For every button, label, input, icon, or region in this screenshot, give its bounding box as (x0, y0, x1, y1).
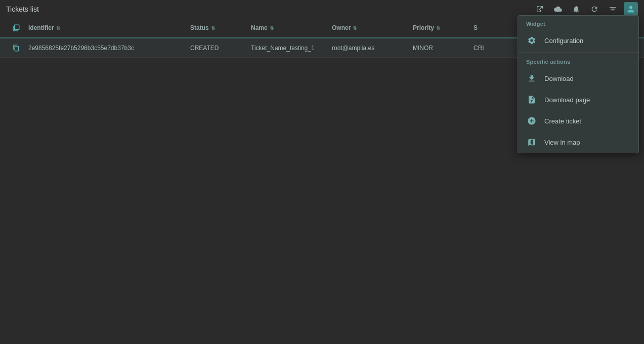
col-name-header[interactable]: Name ⇅ (251, 24, 332, 31)
download-page-icon (526, 94, 537, 105)
download-icon (526, 73, 537, 84)
col-check-header (4, 24, 28, 31)
menu-item-configuration[interactable]: Configuration (518, 30, 638, 51)
menu-section-specific-label: Specific actions (518, 54, 638, 68)
export-icon (536, 5, 544, 13)
download-label: Download (544, 75, 574, 82)
sort-owner-icon: ⇅ (353, 25, 357, 31)
cell-priority: MINOR (413, 45, 474, 52)
view-in-map-label: View in map (544, 139, 580, 146)
col-status-header[interactable]: Status ⇅ (190, 24, 251, 31)
alert-icon (572, 5, 580, 13)
col-priority-header[interactable]: Priority ⇅ (413, 24, 474, 31)
col-owner-header[interactable]: Owner ⇅ (332, 24, 413, 31)
menu-item-download-page[interactable]: Download page (518, 89, 638, 110)
menu-section-widget-label: Widget (518, 16, 638, 30)
sort-identifier-icon: ⇅ (56, 25, 60, 31)
cell-owner: root@amplia.es (332, 45, 413, 52)
configuration-label: Configuration (544, 37, 583, 45)
download-page-label: Download page (544, 96, 590, 104)
user-menu-icon-button[interactable] (624, 2, 638, 16)
configuration-icon (526, 35, 537, 46)
user-icon (627, 5, 635, 13)
create-ticket-label: Create ticket (544, 117, 581, 125)
filter-icon (609, 5, 617, 13)
sort-status-icon: ⇅ (211, 25, 215, 31)
alert-icon-button[interactable] (569, 2, 583, 16)
sort-name-icon: ⇅ (270, 25, 274, 31)
menu-item-view-in-map[interactable]: View in map (518, 132, 638, 153)
cloud-icon-button[interactable] (551, 2, 565, 16)
refresh-icon (590, 5, 598, 13)
row-check-icon (4, 45, 28, 52)
create-ticket-icon (526, 115, 537, 126)
export-icon-button[interactable] (533, 2, 547, 16)
context-dropdown-menu: Widget Configuration Specific actions Do… (518, 15, 639, 153)
filter-icon-button[interactable] (606, 2, 620, 16)
cell-s: CRI (474, 45, 514, 52)
menu-divider-1 (518, 52, 638, 53)
menu-item-create-ticket[interactable]: Create ticket (518, 110, 638, 132)
col-s-header[interactable]: S (474, 24, 514, 31)
cloud-icon (554, 5, 562, 13)
cell-name: Ticket_Name_testing_1 (251, 45, 332, 52)
col-identifier-header[interactable]: Identifier ⇅ (28, 24, 190, 31)
page-title: Tickets list (6, 5, 39, 13)
refresh-icon-button[interactable] (587, 2, 602, 16)
menu-item-download[interactable]: Download (518, 68, 638, 89)
view-in-map-icon (526, 137, 537, 148)
select-all-icon[interactable] (13, 24, 20, 31)
cell-identifier: 2e9856825fe27b5296b3c55e7db37b3c (28, 45, 190, 52)
sort-priority-icon: ⇅ (436, 25, 440, 31)
header-icons (533, 2, 638, 16)
cell-status: CREATED (190, 45, 251, 52)
